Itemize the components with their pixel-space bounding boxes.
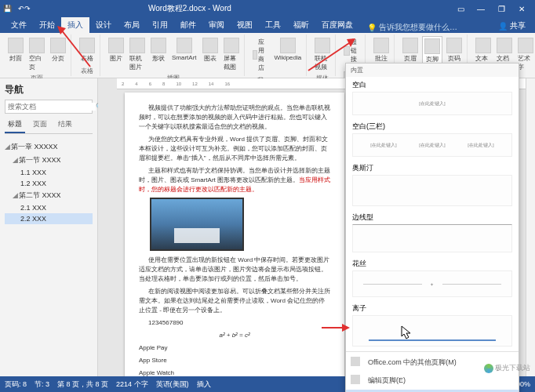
para-5[interactable]: 在新的阅读视图中阅读更加容易。可以折叠文档某些部分并关注所需文本。如果在达到结尾… bbox=[139, 287, 330, 315]
group-tables: 表格 表格 bbox=[75, 34, 100, 76]
store-button[interactable]: 应用商店 bbox=[251, 36, 271, 74]
tell-me-text: 告诉我您想要做什么… bbox=[379, 22, 457, 33]
status-pages[interactable]: 第 8 页，共 8 页 bbox=[57, 379, 108, 390]
group-tables-label: 表格 bbox=[81, 66, 93, 76]
tab-review[interactable]: 审阅 bbox=[202, 17, 231, 33]
gallery-item-blank[interactable]: 空白 [在此处键入] bbox=[346, 77, 519, 118]
list-2[interactable]: App Store bbox=[139, 356, 330, 365]
tab-file[interactable]: 文件 bbox=[5, 17, 33, 33]
doc-title: Word教程2.docx - Word bbox=[148, 3, 231, 14]
mouse-cursor-icon bbox=[401, 325, 412, 341]
hyperlink-button[interactable]: 超链接 bbox=[342, 36, 362, 65]
gallery-edit-footer[interactable]: 编辑页脚(E) bbox=[346, 372, 519, 390]
group-illust: 图片 联机图片 形状 SmartArt 图表 屏幕截图 插图 bbox=[104, 34, 245, 76]
tab-tools[interactable]: 工具 bbox=[259, 17, 287, 33]
blank-page-button[interactable]: 空白页 bbox=[27, 36, 46, 73]
nav-tab-pages[interactable]: 页面 bbox=[30, 117, 50, 133]
minimize-button[interactable]: — bbox=[471, 5, 491, 13]
nav-search-input[interactable] bbox=[8, 103, 96, 111]
quick-access-undo-icon[interactable]: ↶ bbox=[18, 5, 24, 13]
quick-access-save-icon[interactable]: 💾 bbox=[3, 5, 12, 13]
landscape-image[interactable] bbox=[150, 198, 244, 251]
close-button[interactable]: ✕ bbox=[511, 5, 532, 13]
picture-button[interactable]: 图片 bbox=[107, 36, 126, 64]
nav-outline: ◢第一章 XXXXX ◢第一节 XXXX 1.1 XXX 1.2 XXX ◢第二… bbox=[5, 137, 93, 224]
list-1[interactable]: Apple Pay bbox=[139, 343, 330, 353]
outline-h2b[interactable]: ◢第二节 XXXX bbox=[5, 189, 93, 202]
tab-fuxin[interactable]: 福昕 bbox=[287, 17, 315, 33]
online-picture-button[interactable]: 联机图片 bbox=[128, 36, 147, 73]
screenshot-button[interactable]: 屏幕截图 bbox=[222, 36, 241, 73]
share-button[interactable]: 👤 共享 bbox=[493, 19, 530, 33]
tell-me-box[interactable]: 💡 告诉我您想要做什么… bbox=[367, 22, 457, 33]
outline-h2a[interactable]: ◢第一节 XXXX bbox=[5, 154, 93, 167]
status-lang[interactable]: 英语(美国) bbox=[156, 379, 189, 390]
para-4[interactable]: 使用在需要位置出现的新按钮在 Word 中保存时间。若要更改图片适应文档的方式，… bbox=[139, 256, 330, 284]
outline-h1[interactable]: ◢第一章 XXXXX bbox=[5, 140, 93, 154]
nav-tab-results[interactable]: 结果 bbox=[55, 117, 75, 133]
side-strip bbox=[526, 78, 535, 376]
nav-title: 导航 bbox=[5, 83, 93, 96]
tab-baidu[interactable]: 百度网盘 bbox=[315, 17, 359, 33]
tab-view[interactable]: 视图 bbox=[231, 17, 259, 33]
gallery-item-border[interactable]: 边线型 1 bbox=[346, 209, 519, 256]
status-page[interactable]: 页码: 8 bbox=[5, 379, 27, 390]
gallery-builtin-header: 内置 bbox=[346, 64, 519, 77]
gallery-item-flower[interactable]: 花丝 ✦ bbox=[346, 256, 519, 300]
group-pages: 封面 空白页 分页 页面 bbox=[3, 34, 71, 76]
outline-h3c[interactable]: 2.1 XXX bbox=[5, 202, 93, 213]
para-3[interactable]: 主题和样式也有助于文档保持协调。当您单击设计并选择新的主题时，图片、图表或 Sm… bbox=[139, 166, 330, 194]
status-insert[interactable]: 插入 bbox=[197, 379, 211, 390]
title-bar: 💾 ↶ ↷ Word教程2.docx - Word ▭ — ❐ ✕ bbox=[0, 0, 535, 17]
tab-layout[interactable]: 布局 bbox=[118, 17, 146, 33]
svg-marker-6 bbox=[402, 326, 410, 339]
pagenum-button[interactable]: 页码 bbox=[445, 36, 464, 64]
tab-home[interactable]: 开始 bbox=[33, 17, 61, 33]
ribbon-options-icon[interactable]: ▭ bbox=[450, 5, 471, 13]
para-1[interactable]: 视频提供了功能强大的方法帮助您证明您的观点。当您单击联机视频时，可以在想要添加的… bbox=[139, 103, 330, 132]
para-6[interactable]: 1234567890 bbox=[139, 318, 330, 328]
quick-access-redo-icon[interactable]: ↷ bbox=[24, 5, 31, 13]
bulb-icon: 💡 bbox=[367, 24, 377, 32]
footer-gallery: 内置 空白 [在此处键入] 空白(三栏) [在此处键入][在此处键入][在此处键… bbox=[345, 63, 519, 392]
outline-h3a[interactable]: 1.1 XXX bbox=[5, 167, 93, 178]
shapes-button[interactable]: 形状 bbox=[149, 36, 168, 64]
restore-button[interactable]: ❐ bbox=[491, 5, 511, 13]
edit-icon bbox=[351, 375, 360, 384]
formula[interactable]: a² + b² = c² bbox=[139, 331, 330, 340]
header-button[interactable]: 页眉 bbox=[401, 36, 420, 64]
footer-button[interactable]: 页脚 bbox=[422, 36, 442, 66]
cover-page-button[interactable]: 封面 bbox=[6, 36, 25, 64]
gallery-item-ion[interactable]: 离子 bbox=[346, 300, 519, 350]
group-media: 联机视频 媒体 bbox=[310, 34, 336, 76]
smartart-button[interactable]: SmartArt bbox=[170, 36, 198, 63]
para-2[interactable]: 为使您的文档具有专业外观，Word 提供了页眉、页脚、封面和文本框设计，这些设计… bbox=[139, 135, 330, 163]
nav-search-box[interactable]: 🔍 ▾ bbox=[5, 100, 93, 114]
tab-design[interactable]: 设计 bbox=[89, 17, 118, 33]
tab-references[interactable]: 引用 bbox=[146, 17, 174, 33]
gallery-item-blank3[interactable]: 空白(三栏) [在此处键入][在此处键入][在此处键入] bbox=[346, 118, 519, 160]
group-addins: 应用商店 我的加载项 Wikipedia 加载项 bbox=[248, 34, 308, 76]
table-button[interactable]: 表格 bbox=[78, 36, 96, 64]
page-break-button[interactable]: 分页 bbox=[49, 36, 67, 64]
page[interactable]: 视频提供了功能强大的方法帮助您证明您的观点。当您单击联机视频时，可以在想要添加的… bbox=[125, 93, 344, 376]
tab-insert[interactable]: 插入 bbox=[61, 17, 89, 33]
chart-button[interactable]: 图表 bbox=[201, 36, 220, 64]
cloud-icon bbox=[351, 357, 360, 366]
share-label: 共享 bbox=[510, 20, 526, 31]
tab-mail[interactable]: 邮件 bbox=[174, 17, 202, 33]
list-3[interactable]: Apple Watch bbox=[139, 368, 330, 376]
outline-h3b[interactable]: 1.2 XXX bbox=[5, 178, 93, 189]
watermark-icon bbox=[484, 364, 493, 373]
comment-button[interactable]: 批注 bbox=[372, 36, 391, 64]
status-section[interactable]: 节: 3 bbox=[35, 379, 49, 390]
gallery-item-austin[interactable]: 奥斯汀 bbox=[346, 160, 519, 209]
nav-tab-headings[interactable]: 标题 bbox=[5, 117, 25, 133]
status-words[interactable]: 2214 个字 bbox=[116, 379, 148, 390]
outline-h3d[interactable]: 2.2 XXX bbox=[5, 213, 93, 224]
watermark: 极光下载站 bbox=[484, 363, 530, 373]
wikipedia-button[interactable]: Wikipedia bbox=[273, 36, 304, 63]
onlinevideo-button[interactable]: 联机视频 bbox=[313, 36, 332, 73]
ribbon-tabs: 文件 开始 插入 设计 布局 引用 邮件 审阅 视图 工具 福昕 百度网盘 💡 … bbox=[0, 17, 535, 33]
nav-pane: 导航 🔍 ▾ 标题 页面 结果 ◢第一章 XXXXX ◢第一节 XXXX 1.1… bbox=[0, 78, 98, 376]
